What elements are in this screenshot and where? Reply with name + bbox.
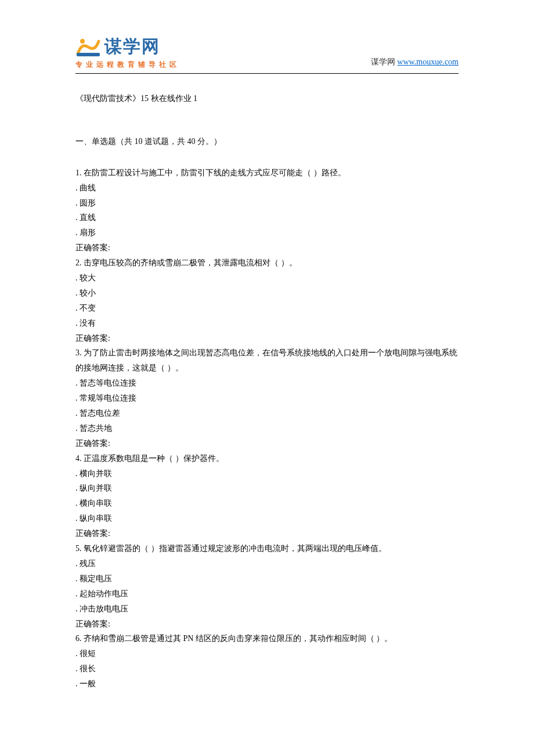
logo-tagline: 专业远程教育辅导社区: [75, 60, 180, 70]
section-heading: 一、单选题（共 10 道试题，共 40 分。）: [75, 134, 459, 149]
logo-top-row: 谋学网: [75, 35, 160, 59]
question-option: . 很短: [75, 646, 459, 661]
question-option: . 暂态电位差: [75, 406, 459, 421]
question-option: . 起始动作电压: [75, 586, 459, 602]
question-option: . 很长: [75, 661, 459, 676]
answer-label: 正确答案:: [75, 436, 459, 451]
question-option: . 曲线: [75, 181, 459, 196]
question-text: 5. 氧化锌避雷器的（ ）指避雷器通过规定波形的冲击电流时，其两端出现的电压峰值…: [75, 541, 459, 556]
header-link[interactable]: www.mouxue.com: [397, 57, 459, 66]
logo-block: 谋学网 专业远程教育辅导社区: [75, 35, 180, 70]
logo-text-column: 谋学网: [104, 35, 160, 59]
document-title: 《现代防雷技术》15 秋在线作业 1: [75, 91, 459, 106]
question-option: . 常规等电位连接: [75, 391, 459, 406]
logo-main-text: 谋学网: [104, 35, 160, 59]
header-right-prefix: 谋学网: [371, 57, 398, 66]
answer-label: 正确答案:: [75, 331, 459, 346]
question-option: . 横向串联: [75, 496, 459, 511]
page-header: 谋学网 专业远程教育辅导社区 谋学网 www.mouxue.com: [75, 35, 459, 70]
question-option: . 不变: [75, 301, 459, 316]
question-option: . 一般: [75, 676, 459, 692]
question-text: 4. 正温度系数电阻是一种（ ）保护器件。: [75, 451, 459, 466]
question-text: 2. 击穿电压较高的齐纳或雪崩二极管，其泄露电流相对（ ）。: [75, 255, 459, 271]
answer-label: 正确答案:: [75, 617, 459, 632]
question-option: . 额定电压: [75, 571, 459, 586]
svg-rect-1: [77, 53, 100, 56]
question-text: 3. 为了防止雷击时两接地体之间出现暂态高电位差，在信号系统接地线的入口处用一个…: [75, 345, 459, 376]
question-option: . 冲击放电电压: [75, 602, 459, 617]
document-page: 谋学网 专业远程教育辅导社区 谋学网 www.mouxue.com 《现代防雷技…: [0, 0, 534, 726]
question-option: . 直线: [75, 210, 459, 225]
header-right: 谋学网 www.mouxue.com: [371, 57, 459, 70]
header-divider: [75, 73, 459, 74]
question-option: . 纵向串联: [75, 511, 459, 526]
svg-point-0: [80, 39, 85, 44]
answer-label: 正确答案:: [75, 240, 459, 255]
question-option: . 较大: [75, 271, 459, 286]
question-text: 6. 齐纳和雪崩二极管是通过其 PN 结区的反向击穿来箝位限压的，其动作相应时间…: [75, 631, 459, 646]
question-option: . 暂态共地: [75, 421, 459, 436]
question-option: . 纵向并联: [75, 481, 459, 496]
question-text: 1. 在防雷工程设计与施工中，防雷引下线的走线方式应尽可能走（ ）路径。: [75, 165, 459, 181]
document-content: 《现代防雷技术》15 秋在线作业 1 一、单选题（共 10 道试题，共 40 分…: [75, 91, 459, 692]
question-option: . 扇形: [75, 225, 459, 240]
answer-label: 正确答案:: [75, 526, 459, 541]
question-option: . 没有: [75, 316, 459, 331]
question-option: . 暂态等电位连接: [75, 376, 459, 391]
question-option: . 横向并联: [75, 466, 459, 481]
question-option: . 残压: [75, 556, 459, 571]
question-option: . 较小: [75, 286, 459, 301]
logo-icon: [75, 37, 101, 57]
question-option: . 圆形: [75, 196, 459, 211]
